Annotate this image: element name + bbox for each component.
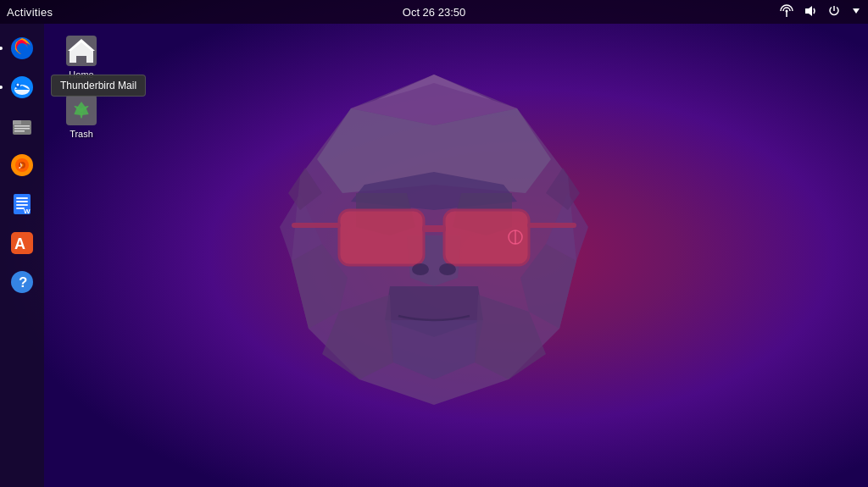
thunderbird-tooltip: Thunderbird Mail [51,75,146,97]
topbar-datetime: Oct 26 23:50 [403,6,465,19]
dock-item-thunderbird[interactable] [4,69,40,105]
svg-rect-23 [292,223,341,228]
svg-marker-32 [805,6,812,16]
topbar-left: Activities [0,6,53,19]
svg-rect-24 [527,223,576,228]
topbar: Activities Oct 26 23:50 [0,0,868,24]
svg-rect-19 [339,210,424,265]
svg-text:A: A [14,235,25,252]
desktop-icon-trash[interactable]: Trash [51,90,112,142]
svg-rect-53 [16,204,28,206]
svg-marker-10 [385,286,483,337]
svg-text:W: W [24,208,31,215]
svg-text:?: ? [19,274,27,291]
activities-button[interactable]: Activities [7,6,53,19]
svg-marker-6 [453,193,512,235]
network-icon[interactable] [780,4,793,20]
svg-rect-52 [16,201,28,202]
svg-marker-3 [317,108,551,193]
svg-marker-14 [280,193,322,261]
dock-item-appstore[interactable]: A [4,225,40,261]
svg-marker-4 [351,172,517,210]
svg-rect-22 [422,225,446,232]
svg-marker-33 [853,8,860,14]
svg-marker-1 [292,75,576,405]
dock: ♪ W A ? [0,24,44,487]
svg-point-27 [412,263,429,275]
svg-point-39 [17,84,19,86]
svg-marker-8 [292,244,348,329]
svg-marker-5 [356,193,415,235]
svg-rect-42 [14,125,30,127]
dock-item-rhythmbox[interactable]: ♪ [4,147,40,183]
desktop: Activities Oct 26 23:50 [0,0,868,487]
svg-marker-9 [520,244,576,329]
svg-marker-29 [376,75,492,100]
svg-rect-18 [339,210,424,265]
svg-rect-44 [14,130,25,132]
svg-rect-20 [444,210,529,265]
svg-text:♪: ♪ [18,159,23,171]
system-menu-icon[interactable] [851,5,861,19]
svg-marker-16 [288,168,322,210]
svg-marker-13 [475,295,546,379]
svg-marker-15 [546,193,588,261]
svg-marker-17 [546,168,580,210]
svg-point-35 [17,43,27,53]
topbar-right [780,4,868,20]
svg-rect-21 [444,210,529,265]
svg-point-25 [509,230,522,244]
svg-rect-41 [13,120,21,125]
power-icon[interactable] [827,4,841,20]
svg-point-28 [439,263,456,275]
svg-marker-12 [322,295,393,379]
trash-icon-label: Trash [70,129,93,139]
svg-marker-11 [385,320,483,379]
svg-rect-43 [14,128,30,130]
dock-item-firefox[interactable] [4,30,40,66]
dock-item-files[interactable] [4,108,40,144]
dock-item-help[interactable]: ? [4,264,40,300]
volume-icon[interactable] [804,4,817,20]
dock-item-writer[interactable]: W [4,186,40,222]
svg-rect-51 [16,197,28,199]
svg-marker-2 [351,75,517,125]
svg-marker-7 [407,235,461,286]
